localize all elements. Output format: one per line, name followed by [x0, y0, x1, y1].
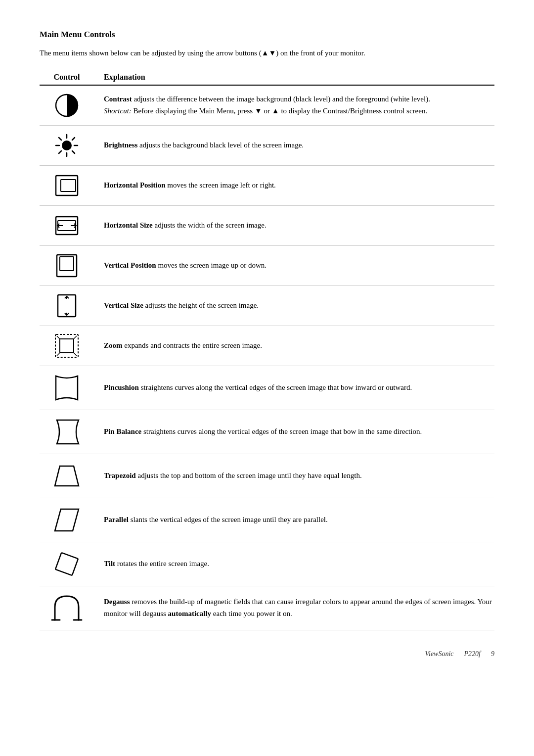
- svg-line-23: [57, 336, 60, 339]
- pin-balance-explanation: Pin Balance straightens curves along the…: [104, 426, 494, 437]
- table-row: Parallel slants the vertical edges of th…: [40, 498, 494, 542]
- horizontal-size-explanation: Horizontal Size adjusts the width of the…: [104, 220, 494, 231]
- footer-page: 9: [491, 650, 494, 658]
- page-footer: ViewSonic P220f 9: [40, 650, 494, 658]
- svg-rect-17: [60, 257, 74, 271]
- table-row: Vertical Size adjusts the height of the …: [40, 286, 494, 326]
- vertical-position-icon: [40, 253, 104, 279]
- page-container: Main Menu Controls The menu items shown …: [40, 30, 494, 658]
- degauss-icon: [40, 593, 104, 623]
- brightness-explanation: Brightness adjusts the background black …: [104, 140, 494, 151]
- degauss-explanation: Degauss removes the build-up of magnetic…: [104, 596, 494, 619]
- svg-line-7: [72, 151, 75, 153]
- tilt-explanation: Tilt rotates the entire screen image.: [104, 558, 494, 569]
- table-row: Pincushion straightens curves along the …: [40, 366, 494, 410]
- svg-rect-11: [61, 180, 76, 191]
- zoom-explanation: Zoom expands and contracts the entire sc…: [104, 340, 494, 351]
- table-row: Degauss removes the build-up of magnetic…: [40, 586, 494, 630]
- table-header: Control Explanation: [40, 73, 494, 86]
- parallel-icon: [40, 505, 104, 535]
- svg-line-6: [59, 138, 61, 140]
- trapezoid-explanation: Trapezoid adjusts the top and bottom of …: [104, 470, 494, 481]
- footer-model: P220f: [464, 650, 481, 658]
- header-explanation: Explanation: [104, 73, 494, 82]
- svg-line-26: [74, 353, 77, 356]
- brightness-icon: [40, 133, 104, 158]
- header-control: Control: [40, 73, 104, 82]
- pin-balance-icon: [40, 417, 104, 447]
- vertical-position-explanation: Vertical Position moves the screen image…: [104, 260, 494, 271]
- table-row: Pin Balance straightens curves along the…: [40, 410, 494, 454]
- footer-brand: ViewSonic: [425, 650, 453, 658]
- table-row: Vertical Position moves the screen image…: [40, 246, 494, 286]
- pincushion-explanation: Pincushion straightens curves along the …: [104, 382, 494, 393]
- table-row: Brightness adjusts the background black …: [40, 126, 494, 166]
- contrast-icon: [40, 93, 104, 118]
- pincushion-icon: [40, 373, 104, 403]
- page-title: Main Menu Controls: [40, 30, 494, 40]
- svg-line-25: [57, 353, 60, 356]
- table-row: Contrast adjusts the difference between …: [40, 86, 494, 126]
- svg-line-8: [72, 138, 75, 140]
- table-row: Horizontal Size adjusts the width of the…: [40, 206, 494, 246]
- horizontal-position-explanation: Horizontal Position moves the screen ima…: [104, 180, 494, 191]
- controls-table: Control Explanation Contrast adjusts the…: [40, 73, 494, 630]
- vertical-size-explanation: Vertical Size adjusts the height of the …: [104, 300, 494, 311]
- horizontal-size-icon: [40, 213, 104, 238]
- svg-rect-27: [55, 552, 78, 575]
- svg-rect-22: [60, 339, 74, 353]
- table-row: Zoom expands and contracts the entire sc…: [40, 326, 494, 366]
- svg-line-9: [59, 151, 61, 153]
- tilt-icon: [40, 549, 104, 579]
- svg-line-24: [74, 336, 77, 339]
- table-row: Trapezoid adjusts the top and bottom of …: [40, 454, 494, 498]
- svg-rect-10: [56, 176, 78, 195]
- horizontal-position-icon: [40, 173, 104, 198]
- svg-point-1: [62, 141, 72, 150]
- intro-text: The menu items shown below can be adjust…: [40, 47, 494, 59]
- table-row: Horizontal Position moves the screen ima…: [40, 166, 494, 206]
- zoom-icon: [40, 333, 104, 359]
- table-row: Tilt rotates the entire screen image.: [40, 542, 494, 586]
- trapezoid-icon: [40, 461, 104, 491]
- vertical-size-icon: [40, 293, 104, 319]
- contrast-explanation: Contrast adjusts the difference between …: [104, 94, 494, 117]
- parallel-explanation: Parallel slants the vertical edges of th…: [104, 514, 494, 525]
